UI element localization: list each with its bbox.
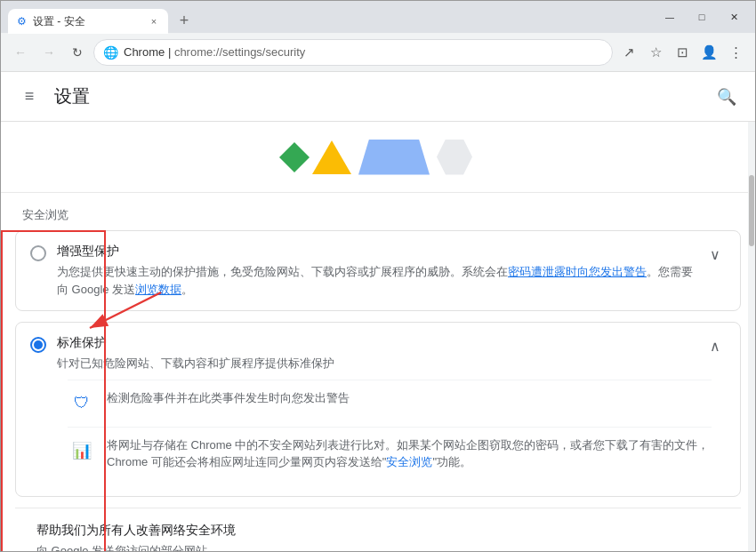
app-header: ≡ 设置 🔍 [1, 72, 755, 122]
customize-icon[interactable]: ⊡ [670, 40, 695, 65]
sub-item-compare: 📊 将网址与存储在 Chrome 中的不安全网站列表进行比对。如果某个网站企图窃… [68, 427, 712, 480]
profile-icon[interactable]: 👤 [696, 40, 721, 65]
scrollbar-thumb[interactable] [749, 175, 754, 246]
options-container: 增强型保护 为您提供更快速主动的保护措施，免受危险网站、下载内容或扩展程序的威胁… [1, 230, 755, 551]
sub-item-detect-text: 检测危险事件并在此类事件发生时向您发出警告 [107, 389, 712, 407]
sub-item-detect: 🛡 检测危险事件并在此类事件发生时向您发出警告 [68, 380, 712, 427]
standard-protection-content: 标准保护 针对已知危险网站、下载内容和扩展程序提供标准保护 [57, 335, 694, 372]
browser-brand: Chrome [124, 45, 165, 59]
help-section: 帮助我们为所有人改善网络安全环境 向 Google 发送您访问的部分网站，... [15, 508, 741, 552]
triangle-shape [312, 140, 351, 174]
site-icon: 🌐 [103, 45, 118, 60]
main-content: 安全浏览 增强型保护 [1, 122, 755, 551]
address-bar[interactable]: 🌐 Chrome | chrome://settings/security [93, 39, 613, 66]
scrollbar[interactable] [748, 122, 755, 551]
shield-check-icon: 🛡 [68, 389, 96, 418]
content-area: 安全浏览 增强型保护 [1, 122, 755, 551]
maximize-button[interactable] [688, 8, 716, 26]
standard-protection-radio[interactable] [30, 337, 46, 353]
help-title: 帮助我们为所有人改善网络安全环境 [36, 523, 720, 539]
standard-protection-option[interactable]: 标准保护 针对已知危险网站、下载内容和扩展程序提供标准保护 ∧ 🛡 检测危险事件… [15, 322, 741, 497]
diamond-shape [279, 142, 310, 172]
bookmark-icon[interactable]: ☆ [643, 40, 668, 65]
menu-icon[interactable]: ⋮ [723, 40, 748, 65]
chart-icon: 📊 [68, 436, 96, 465]
enhanced-desc-link2[interactable]: 浏览数据 [135, 283, 181, 296]
standard-protection-title: 标准保护 [57, 335, 694, 351]
tab-title-text: 设置 - 安全 [33, 14, 141, 29]
browser-window: ⚙ 设置 - 安全 × + ← → ↻ 🌐 Chrome | chrome://… [0, 0, 756, 552]
active-tab[interactable]: ⚙ 设置 - 安全 × [8, 9, 168, 34]
standard-sub-items: 🛡 检测危险事件并在此类事件发生时向您发出警告 📊 将网址与存储在 Chrome… [30, 372, 726, 484]
standard-protection-collapse[interactable]: ∧ [704, 335, 726, 356]
enhanced-protection-title: 增强型保护 [57, 244, 694, 260]
titlebar: ⚙ 设置 - 安全 × + [1, 1, 755, 33]
close-button[interactable] [720, 8, 748, 26]
compare-text-part2: "功能。 [432, 455, 471, 468]
toolbar-actions: ↗ ☆ ⊡ 👤 ⋮ [616, 40, 748, 65]
back-button[interactable]: ← [8, 40, 33, 65]
enhanced-protection-desc: 为您提供更快速主动的保护措施，免受危险网站、下载内容或扩展程序的威胁。系统会在密… [57, 263, 694, 298]
google-decorations [284, 140, 472, 175]
page-title: 设置 [54, 84, 702, 108]
section-title: 安全浏览 [1, 193, 755, 230]
forward-button[interactable]: → [36, 40, 61, 65]
hamburger-menu[interactable]: ≡ [15, 83, 44, 111]
tab-close-button[interactable]: × [147, 14, 161, 28]
enhanced-protection-content: 增强型保护 为您提供更快速主动的保护措施，免受危险网站、下载内容或扩展程序的威胁… [57, 244, 694, 298]
standard-protection-desc: 针对已知危险网站、下载内容和扩展程序提供标准保护 [57, 355, 694, 372]
browser-toolbar: ← → ↻ 🌐 Chrome | chrome://settings/secur… [1, 33, 755, 72]
enhanced-protection-radio[interactable] [30, 245, 46, 261]
address-path: chrome://settings/security [174, 45, 305, 59]
trapezoid-shape [358, 140, 430, 175]
enhanced-protection-option[interactable]: 增强型保护 为您提供更快速主动的保护措施，免受危险网站、下载内容或扩展程序的威胁… [15, 230, 741, 311]
tab-area: ⚙ 设置 - 安全 × + [8, 1, 655, 33]
share-icon[interactable]: ↗ [616, 40, 641, 65]
hex-shape [437, 140, 472, 175]
address-separator: | [168, 45, 174, 59]
tab-favicon: ⚙ [15, 15, 28, 28]
new-tab-button[interactable]: + [172, 8, 197, 33]
help-desc: 向 Google 发送您访问的部分网站，... [36, 542, 720, 552]
enhanced-desc-text3: 。 [181, 283, 193, 296]
enhanced-protection-expand[interactable]: ∨ [704, 244, 726, 265]
logo-area [1, 122, 755, 193]
window-controls [655, 8, 748, 26]
enhanced-desc-link1[interactable]: 密码遭泄露时向您发出警告 [508, 265, 647, 278]
safe-browsing-link[interactable]: 安全浏览 [386, 455, 432, 468]
refresh-button[interactable]: ↻ [65, 40, 90, 65]
address-text: Chrome | chrome://settings/security [124, 45, 603, 59]
search-button[interactable]: 🔍 [712, 83, 741, 111]
enhanced-desc-text: 为您提供更快速主动的保护措施，免受危险网站、下载内容或扩展程序的威胁。系统会在 [57, 265, 508, 278]
minimize-button[interactable] [655, 8, 684, 26]
sub-item-compare-text: 将网址与存储在 Chrome 中的不安全网站列表进行比对。如果某个网站企图窃取您… [107, 436, 712, 471]
